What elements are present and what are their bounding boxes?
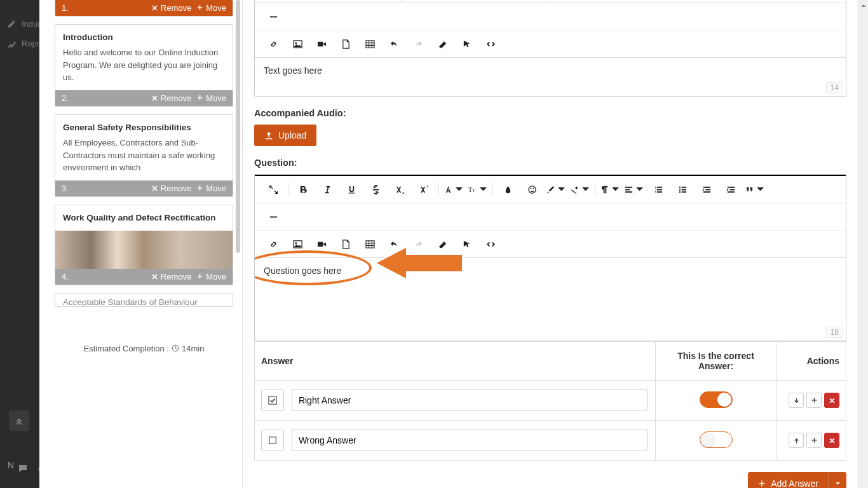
add-answer-button[interactable]: Add Answer <box>748 472 829 488</box>
editor-content-area[interactable]: Text goes here 14 <box>255 58 846 96</box>
fullscreen-icon[interactable] <box>261 180 285 199</box>
hr-icon[interactable] <box>261 7 285 26</box>
slide-remove-button[interactable]: Remove <box>151 272 191 281</box>
answer-checkbox[interactable] <box>261 390 284 411</box>
col-answer: Answer <box>255 342 656 381</box>
superscript-icon[interactable] <box>412 180 436 199</box>
link-icon[interactable] <box>261 34 285 53</box>
correct-toggle[interactable] <box>700 391 733 408</box>
delete-button[interactable] <box>824 433 839 448</box>
close-icon <box>151 273 158 280</box>
page-scrollbar[interactable] <box>858 0 868 488</box>
move-down-button[interactable] <box>789 393 804 408</box>
video-icon[interactable] <box>309 234 334 254</box>
strikethrough-icon[interactable] <box>363 180 388 199</box>
slide-number: 1. <box>62 3 69 13</box>
undo-icon[interactable] <box>382 34 406 53</box>
slide-card[interactable]: Acceptable Standards of Behaviour <box>55 293 233 307</box>
eraser-icon[interactable] <box>430 234 454 254</box>
font-size-icon[interactable]: TT <box>466 180 490 199</box>
audio-label: Accompanied Audio: <box>254 108 846 118</box>
slide-card[interactable]: 1. Remove Move <box>55 0 233 17</box>
cursor-icon[interactable] <box>454 34 478 53</box>
move-icon <box>196 185 203 192</box>
move-icon <box>196 273 203 280</box>
svg-rect-4 <box>317 41 322 46</box>
slide-move-button[interactable]: Move <box>196 3 226 13</box>
font-family-icon[interactable] <box>442 180 466 199</box>
add-answer-dropdown[interactable] <box>829 472 846 488</box>
image-icon[interactable] <box>285 234 309 254</box>
emoji-icon[interactable] <box>520 180 544 199</box>
drag-handle[interactable] <box>806 433 822 448</box>
close-icon <box>151 95 158 102</box>
move-up-button[interactable] <box>789 433 804 448</box>
question-editor-content[interactable]: Question goes here 18 <box>255 258 846 341</box>
chat-icon[interactable] <box>18 464 28 474</box>
slide-move-button[interactable]: Move <box>196 93 226 103</box>
slide-footer: 4. Remove Move <box>55 269 233 285</box>
image-icon[interactable] <box>285 34 309 53</box>
slide-card[interactable]: General Safety Responsibilities All Empl… <box>55 114 233 197</box>
slide-title: General Safety Responsibilities <box>63 121 225 134</box>
slide-move-button[interactable]: Move <box>196 184 226 193</box>
brush-icon[interactable] <box>544 180 568 199</box>
square-icon <box>268 436 277 445</box>
drag-handle[interactable] <box>806 393 822 408</box>
delete-button[interactable] <box>824 393 839 408</box>
table-icon[interactable] <box>358 34 382 53</box>
chevrons-up-icon <box>15 416 24 425</box>
code-icon[interactable] <box>478 234 503 254</box>
sidebar-item-induction[interactable]: Induc <box>0 14 39 34</box>
paragraph-icon[interactable] <box>598 180 622 199</box>
answer-checkbox[interactable] <box>261 430 284 451</box>
slide-footer: 1. Remove Move <box>55 0 233 16</box>
italic-icon[interactable] <box>315 180 339 199</box>
slide-remove-button[interactable]: Remove <box>151 184 191 193</box>
ordered-list-icon[interactable] <box>646 180 670 199</box>
correct-toggle[interactable] <box>700 431 733 448</box>
table-icon[interactable] <box>358 234 382 254</box>
slides-scrollbar[interactable] <box>236 0 240 253</box>
file-icon[interactable] <box>334 34 358 53</box>
file-icon[interactable] <box>334 234 358 254</box>
slide-card[interactable]: Introduction Hello and welcome to our On… <box>55 24 233 107</box>
eraser-icon[interactable] <box>430 34 454 53</box>
slide-text: All Employees, Contractors and Sub-Contr… <box>63 137 225 174</box>
code-icon[interactable] <box>478 34 503 53</box>
col-actions: Actions <box>776 342 846 381</box>
link-icon[interactable] <box>261 234 285 254</box>
redo-icon[interactable] <box>406 234 430 254</box>
text-color-icon[interactable] <box>496 180 520 199</box>
sidebar-item-reports[interactable]: Repo <box>0 34 39 53</box>
magic-icon[interactable] <box>568 180 592 199</box>
outdent-icon[interactable] <box>695 180 719 199</box>
slide-move-button[interactable]: Move <box>196 272 226 281</box>
answer-input[interactable] <box>292 390 648 411</box>
scroll-to-top-button[interactable] <box>9 410 29 431</box>
editor-text: Text goes here <box>264 65 322 76</box>
slide-footer: 2. Remove Move <box>55 90 233 106</box>
clock-icon <box>172 344 179 352</box>
hr-icon[interactable] <box>261 207 285 226</box>
underline-icon[interactable] <box>339 180 363 199</box>
slide-remove-button[interactable]: Remove <box>151 93 191 103</box>
unordered-list-icon[interactable] <box>670 180 695 199</box>
answer-input[interactable] <box>292 430 648 451</box>
slide-thumbnail <box>55 231 233 269</box>
bold-icon[interactable] <box>291 180 315 199</box>
slide-card[interactable]: Work Quality and Defect Rectification 4.… <box>55 205 233 285</box>
chart-icon <box>8 39 17 48</box>
quote-icon[interactable] <box>743 180 767 199</box>
video-icon[interactable] <box>309 34 334 53</box>
indent-icon[interactable] <box>719 180 743 199</box>
upload-button[interactable]: Upload <box>254 125 316 146</box>
arrow-up-icon <box>793 437 800 444</box>
undo-icon[interactable] <box>382 234 406 254</box>
redo-icon[interactable] <box>406 34 430 53</box>
cursor-icon[interactable] <box>454 234 478 254</box>
align-icon[interactable] <box>622 180 646 199</box>
subscript-icon[interactable] <box>388 180 412 199</box>
slide-remove-button[interactable]: Remove <box>151 3 191 13</box>
svg-point-12 <box>679 189 680 190</box>
